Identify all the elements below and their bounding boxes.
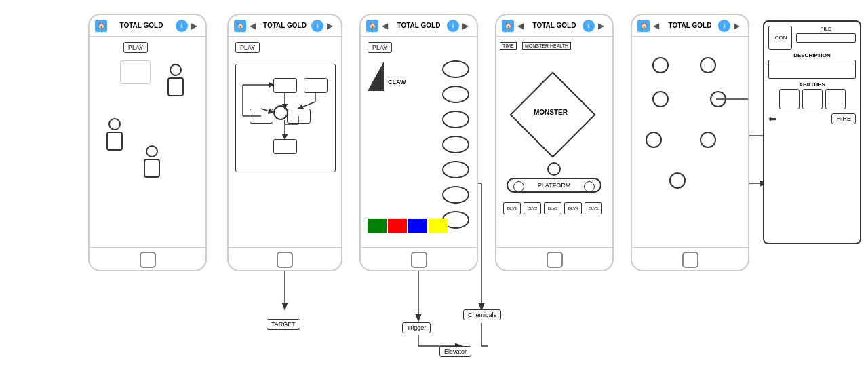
character-head-1: [170, 64, 182, 76]
phone1-body: Watch a Video to complete a Level or Pla…: [90, 37, 205, 247]
p5-connector: [632, 37, 748, 247]
oval-1: [442, 60, 469, 78]
claw-shape: [368, 60, 384, 91]
phone4-body: TIME MONSTER HEALTH MONSTER PLATFORM DLV…: [496, 37, 612, 247]
home-icon-2[interactable]: 🏠: [234, 20, 246, 32]
phone3-footer: [361, 247, 477, 271]
right-arrow-1[interactable]: ▶: [188, 20, 200, 32]
play-button-1[interactable]: PLAY: [123, 42, 148, 53]
hire-file-label: FILE: [796, 26, 856, 32]
home-button-2[interactable]: [277, 252, 293, 268]
monster-sub-circle: [547, 162, 561, 176]
ability-box-3: [825, 89, 846, 109]
trigger-label: Trigger: [402, 322, 431, 333]
right-arrow-5[interactable]: ▶: [730, 20, 743, 32]
stat-btn-2[interactable]: DLV2: [524, 202, 541, 214]
hire-button[interactable]: HIRE: [831, 113, 856, 124]
hire-desc-label: DESCRIPTION: [768, 52, 856, 58]
phone1-title: TOTAL GOLD: [107, 22, 176, 29]
phone1-header: 🏠 TOTAL GOLD i ▶: [90, 15, 205, 37]
home-button-5[interactable]: [682, 252, 698, 268]
phone2-footer: [229, 247, 341, 271]
phone1-footer: [90, 247, 205, 271]
play-button-2[interactable]: PLAY: [235, 42, 260, 53]
oval-2: [442, 86, 469, 103]
time-badge: TIME: [500, 42, 517, 50]
back-arrow-icon[interactable]: ⬅: [768, 113, 776, 124]
home-button-4[interactable]: [547, 252, 563, 268]
oval-6: [442, 186, 469, 204]
character-body-1: [167, 77, 184, 96]
green-block[interactable]: [368, 219, 387, 233]
phone-frame-1: 🏠 TOTAL GOLD i ▶ Watch a Video to comple…: [88, 14, 207, 271]
info-icon-4[interactable]: i: [583, 20, 595, 32]
phone-frame-5: 🏠 ◀ TOTAL GOLD i ▶: [631, 14, 749, 271]
hire-file-input[interactable]: [796, 33, 856, 43]
phone2-body: PLAY: [229, 37, 341, 247]
home-icon-1[interactable]: 🏠: [95, 20, 107, 32]
right-arrow-3[interactable]: ▶: [459, 20, 471, 32]
left-arrow-2[interactable]: ◀: [246, 20, 258, 32]
svg-line-13: [261, 109, 273, 113]
phone5-title: TOTAL GOLD: [662, 22, 718, 29]
target-label: TARGET: [267, 319, 300, 330]
phone2-title: TOTAL GOLD: [258, 22, 311, 29]
flowchart-container: [235, 64, 336, 172]
phone5-footer: [632, 247, 748, 271]
ability-box-1: [779, 89, 800, 109]
fc-arrows: [236, 64, 336, 173]
stat-btn-1[interactable]: DLV1: [503, 202, 521, 214]
home-icon-4[interactable]: 🏠: [502, 20, 514, 32]
right-arrow-4[interactable]: ▶: [595, 20, 607, 32]
stat-btn-5[interactable]: DLV5: [585, 202, 602, 214]
phone5-header: 🏠 ◀ TOTAL GOLD i ▶: [632, 15, 748, 37]
info-icon-2[interactable]: i: [311, 20, 323, 32]
stat-btn-4[interactable]: DLV4: [564, 202, 582, 214]
character-body-2: [106, 132, 123, 151]
home-icon-3[interactable]: 🏠: [366, 20, 378, 32]
blue-block[interactable]: [408, 219, 427, 233]
hire-icon-file-row: ICON FILE: [768, 26, 856, 50]
phone4-header: 🏠 ◀ TOTAL GOLD i ▶: [496, 15, 612, 37]
ability-box-2: [802, 89, 823, 109]
hire-file-section: FILE: [796, 26, 856, 50]
platform-right-icon: [584, 181, 595, 192]
play-button-3[interactable]: PLAY: [368, 42, 392, 53]
character-body-3: [144, 159, 160, 178]
hire-icon-label: ICON: [774, 35, 787, 41]
info-icon-1[interactable]: i: [176, 20, 188, 32]
red-block[interactable]: [388, 219, 407, 233]
yellow-block[interactable]: [429, 219, 448, 233]
ability-boxes: [768, 89, 856, 109]
left-arrow-5[interactable]: ◀: [650, 20, 662, 32]
platform-left-icon: [513, 181, 524, 192]
home-button-3[interactable]: [411, 252, 427, 268]
info-icon-5[interactable]: i: [718, 20, 730, 32]
oval-3: [442, 111, 469, 128]
claw-label: CLAW: [388, 79, 406, 86]
color-row: [368, 219, 448, 233]
stat-row: DLV1 DLV2 DLV3 DLV4 DLV5: [503, 202, 602, 214]
phone-frame-3: 🏠 ◀ TOTAL GOLD i ▶ PLAY CLAW: [359, 14, 478, 271]
phone4-title: TOTAL GOLD: [526, 22, 583, 29]
stat-btn-3[interactable]: DLV3: [544, 202, 561, 214]
home-icon-5[interactable]: 🏠: [637, 20, 650, 32]
platform-bar: PLATFORM: [507, 178, 601, 193]
svg-line-12: [298, 102, 315, 109]
right-arrow-2[interactable]: ▶: [323, 20, 336, 32]
oval-5: [442, 161, 469, 178]
character-head-2: [108, 118, 121, 130]
phone3-body: PLAY CLAW: [361, 37, 477, 247]
elevator-label: Elevator: [439, 346, 471, 357]
phone3-title: TOTAL GOLD: [391, 22, 447, 29]
left-arrow-3[interactable]: ◀: [378, 20, 391, 32]
character-1: [167, 64, 184, 96]
hire-desc-textarea[interactable]: [768, 60, 856, 79]
hire-abilities-label: ABILITIES: [768, 81, 856, 88]
home-button-1[interactable]: [140, 252, 156, 268]
chemicals-label: Chemicals: [463, 309, 501, 320]
info-icon-3[interactable]: i: [447, 20, 459, 32]
hire-icon-box: ICON: [768, 26, 792, 50]
character-2: [106, 118, 123, 151]
left-arrow-4[interactable]: ◀: [514, 20, 526, 32]
